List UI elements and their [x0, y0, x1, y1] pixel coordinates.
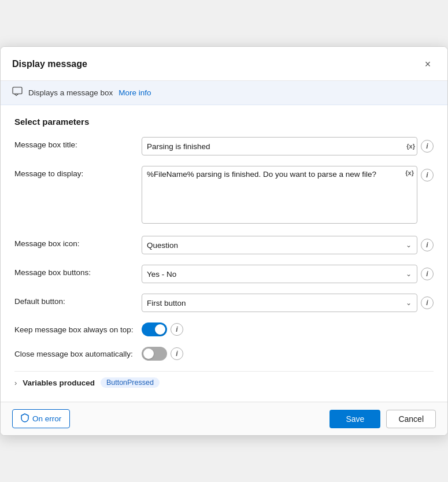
message-box-buttons-info-icon[interactable]: i	[421, 268, 434, 280]
close-button[interactable]: ×	[420, 56, 436, 72]
keep-on-top-row: Keep message box always on top: i	[14, 322, 434, 336]
message-box-title-input-wrap: {x}	[142, 137, 417, 155]
close-automatically-row: Close message box automatically: i	[14, 347, 434, 361]
variables-section: › Variables produced ButtonPressed	[14, 371, 434, 396]
default-button-select[interactable]: First button Second button Third button	[142, 294, 417, 312]
message-to-display-textarea[interactable]: %FileName% parsing is finished. Do you w…	[142, 166, 417, 224]
close-automatically-info-icon[interactable]: i	[171, 347, 183, 360]
save-button[interactable]: Save	[329, 410, 380, 428]
message-box-buttons-select-wrap: OK OK - Cancel Yes - No Yes - No - Cance…	[142, 265, 417, 283]
footer-right: Save Cancel	[329, 410, 436, 428]
default-button-info-icon[interactable]: i	[421, 296, 434, 309]
keep-on-top-toggle[interactable]	[142, 322, 167, 336]
message-box-icon-info-icon[interactable]: i	[421, 239, 434, 251]
message-box-icon-row: Message box icon: None Information Quest…	[14, 236, 434, 254]
dialog-body: Select parameters Message box title: {x}…	[1, 105, 447, 402]
section-title: Select parameters	[14, 117, 434, 127]
dialog-header: Display message ×	[1, 47, 447, 81]
on-error-button[interactable]: On error	[12, 409, 70, 428]
keep-on-top-label: Keep message box always on top:	[14, 325, 136, 334]
more-info-link[interactable]: More info	[119, 88, 151, 97]
default-button-control: First button Second button Third button …	[142, 294, 434, 312]
message-box-icon-select[interactable]: None Information Question Warning Error	[142, 236, 417, 254]
variables-arrow[interactable]: ›	[14, 379, 17, 387]
default-button-label: Default button:	[14, 294, 136, 306]
message-box-title-info-icon[interactable]: i	[421, 140, 434, 153]
on-error-label: On error	[32, 414, 61, 423]
close-automatically-toggle[interactable]	[142, 347, 167, 361]
message-box-buttons-select[interactable]: OK OK - Cancel Yes - No Yes - No - Cance…	[142, 265, 417, 283]
info-banner: Displays a message box More info	[1, 81, 447, 105]
message-box-title-label: Message box title:	[14, 137, 136, 149]
shield-icon	[21, 413, 29, 424]
variables-label[interactable]: Variables produced	[23, 379, 95, 387]
message-icon	[12, 87, 23, 99]
keep-on-top-info-icon[interactable]: i	[171, 323, 183, 336]
dialog: Display message × Displays a message box…	[0, 46, 448, 436]
keep-on-top-toggle-wrap: i	[142, 322, 434, 336]
default-button-row: Default button: First button Second butt…	[14, 294, 434, 312]
svg-rect-0	[13, 87, 22, 94]
message-box-buttons-control: OK OK - Cancel Yes - No Yes - No - Cance…	[142, 265, 434, 283]
message-box-icon-control: None Information Question Warning Error …	[142, 236, 434, 254]
message-box-icon-select-wrap: None Information Question Warning Error …	[142, 236, 417, 254]
message-to-display-textarea-wrap: %FileName% parsing is finished. Do you w…	[142, 166, 417, 225]
banner-text: Displays a message box	[28, 88, 113, 97]
message-box-buttons-label: Message box buttons:	[14, 265, 136, 277]
message-box-title-control: {x} i	[142, 137, 434, 155]
message-box-icon-label: Message box icon:	[14, 236, 136, 248]
close-automatically-label: Close message box automatically:	[14, 350, 136, 358]
cancel-button[interactable]: Cancel	[386, 410, 436, 428]
close-automatically-toggle-wrap: i	[142, 347, 434, 361]
dialog-footer: On error Save Cancel	[1, 402, 447, 435]
message-to-display-label: Message to display:	[14, 166, 136, 178]
message-box-title-var-btn[interactable]: {x}	[406, 143, 415, 150]
dialog-title: Display message	[12, 59, 87, 69]
variable-badge: ButtonPressed	[101, 377, 160, 388]
message-box-buttons-row: Message box buttons: OK OK - Cancel Yes …	[14, 265, 434, 283]
message-box-title-row: Message box title: {x} i	[14, 137, 434, 155]
message-box-title-input[interactable]	[142, 137, 417, 155]
default-button-select-wrap: First button Second button Third button …	[142, 294, 417, 312]
message-to-display-var-btn[interactable]: {x}	[405, 169, 414, 176]
message-to-display-control: %FileName% parsing is finished. Do you w…	[142, 166, 434, 225]
message-to-display-row: Message to display: %FileName% parsing i…	[14, 166, 434, 225]
message-to-display-info-icon[interactable]: i	[421, 169, 434, 181]
